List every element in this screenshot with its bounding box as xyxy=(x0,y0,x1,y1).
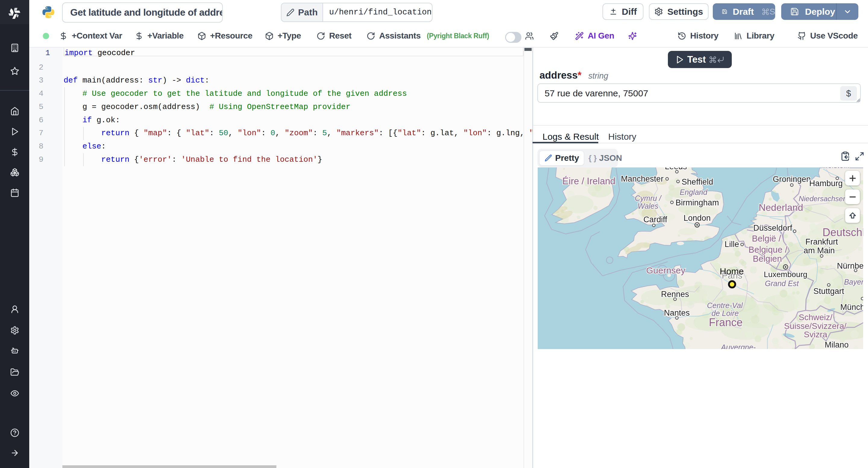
svg-text:Guernsey: Guernsey xyxy=(646,265,685,275)
svg-text:Centre-Val: Centre-Val xyxy=(707,301,743,310)
svg-text:Cardiff: Cardiff xyxy=(644,215,668,224)
svg-text:Svizra: Svizra xyxy=(804,330,827,339)
svg-text:Nantes: Nantes xyxy=(664,308,690,317)
svg-text:Rennes: Rennes xyxy=(661,290,689,299)
svg-text:Luxembourg: Luxembourg xyxy=(764,270,807,279)
svg-text:Suisse/Svizzera/: Suisse/Svizzera/ xyxy=(784,321,846,331)
svg-text:München: München xyxy=(840,303,863,312)
svg-text:Wales: Wales xyxy=(638,202,658,210)
svg-text:Stuttgart: Stuttgart xyxy=(813,287,844,296)
svg-text:Belgique /: Belgique / xyxy=(749,245,788,255)
svg-text:België /: België / xyxy=(752,234,781,243)
svg-text:London: London xyxy=(684,213,711,223)
svg-text:Holstein: Holstein xyxy=(823,167,849,170)
svg-text:France: France xyxy=(709,316,743,329)
svg-text:Groningen: Groningen xyxy=(773,175,811,184)
svg-text:Sheffield: Sheffield xyxy=(682,177,713,187)
svg-text:Nürnberg: Nürnberg xyxy=(837,261,863,270)
svg-text:Bayern: Bayern xyxy=(844,278,863,286)
svg-text:Niedersachsen: Niedersachsen xyxy=(799,195,847,203)
svg-text:Home: Home xyxy=(720,266,744,276)
svg-text:Grand Est: Grand Est xyxy=(765,279,799,288)
svg-text:Cymru /: Cymru / xyxy=(635,194,662,202)
svg-text:Milano: Milano xyxy=(825,340,849,349)
svg-text:Éire / Ireland: Éire / Ireland xyxy=(562,176,615,187)
svg-text:Lille: Lille xyxy=(724,240,739,249)
svg-text:Hamburg: Hamburg xyxy=(809,179,843,188)
svg-text:Frankfurt: Frankfurt xyxy=(805,237,838,246)
svg-text:Auvergne-: Auvergne- xyxy=(720,343,755,349)
svg-text:Belgien: Belgien xyxy=(753,254,782,264)
svg-text:Nederland: Nederland xyxy=(758,202,803,213)
svg-text:Leeds: Leeds xyxy=(665,167,687,171)
svg-text:England: England xyxy=(680,188,708,196)
svg-text:Düsseldorf: Düsseldorf xyxy=(753,224,792,233)
svg-text:Schweiz/: Schweiz/ xyxy=(799,312,832,322)
svg-text:Deutschland: Deutschland xyxy=(823,226,863,238)
svg-text:am Main: am Main xyxy=(804,246,835,255)
svg-text:Birmingham: Birmingham xyxy=(675,198,719,207)
svg-text:Manchester: Manchester xyxy=(621,174,663,183)
